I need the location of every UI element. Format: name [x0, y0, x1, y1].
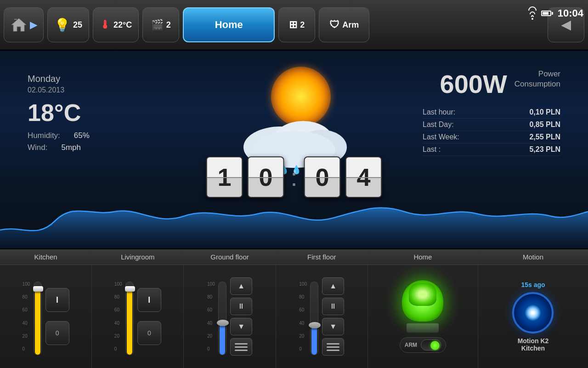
arm-toggle-label: ARM: [405, 342, 417, 348]
slider-scale-3: 100806040200: [207, 278, 215, 351]
weather-temp: 18°C: [28, 99, 90, 126]
motion-pupil: [525, 305, 541, 321]
first-down-btn[interactable]: ▼: [322, 318, 344, 335]
livingroom-toggles: I 0: [137, 288, 161, 345]
home-center-button[interactable]: Home: [183, 7, 275, 42]
power-table: Last hour: 0,10 PLN Last Day: 0,85 PLN L…: [423, 106, 560, 156]
power-row-3: Last : 5,23 PLN: [423, 144, 560, 156]
livingroom-slider-1[interactable]: [125, 282, 134, 355]
kitchen-toggle-1[interactable]: I: [45, 288, 69, 312]
battery-icon: [541, 11, 553, 16]
clock-digit-1: 1: [206, 156, 243, 198]
motion-zone-inner: 15s ago Motion K2Kitchen: [512, 281, 554, 352]
zone-motion-content: 15s ago Motion K2Kitchen: [478, 265, 588, 368]
home-label: Home: [215, 19, 243, 31]
weather-info-left: Monday 02.05.2013 18°C Humidity: 65% Win…: [28, 74, 90, 155]
power-label: Power Consumption: [514, 69, 560, 89]
zone-ground-floor: Ground floor 100806040200 ▲ ⏸ ▼: [184, 249, 276, 368]
flip-clock: 1 0 : 0 4: [206, 156, 382, 198]
motion-time: 15s ago: [521, 281, 545, 288]
arm-toggle[interactable]: ARM: [400, 337, 446, 353]
livingroom-toggle-1[interactable]: I: [137, 288, 161, 312]
weather-date: 02.05.2013: [28, 86, 90, 94]
green-light-icon: [402, 280, 443, 322]
kitchen-toggles: I 0: [45, 288, 69, 345]
scene-count: 2: [166, 20, 171, 30]
time-display: 10:04: [558, 7, 583, 19]
light-count: 25: [73, 20, 82, 30]
zone-first-floor: First floor 100806040200 ▲ ⏸ ▼: [276, 249, 368, 368]
first-slider-1[interactable]: [310, 282, 318, 355]
ground-slider-1[interactable]: [218, 282, 226, 355]
window-count: 2: [300, 20, 305, 30]
kitchen-slider-1[interactable]: [34, 282, 42, 355]
power-value: 600W: [440, 69, 507, 99]
weather-panel: Monday 02.05.2013 18°C Humidity: 65% Win…: [0, 51, 588, 248]
zone-first-floor-content: 100806040200 ▲ ⏸ ▼: [276, 265, 368, 368]
livingroom-toggle-0[interactable]: 0: [137, 321, 161, 345]
arm-icon: 🛡: [329, 19, 339, 31]
scene-icon: 🎬: [151, 19, 164, 31]
zone-livingroom-header: Livingroom: [92, 249, 183, 265]
wifi-icon: [528, 6, 537, 20]
zone-home-content: ARM: [368, 265, 478, 368]
first-pause-btn[interactable]: ⏸: [322, 298, 344, 315]
zone-kitchen: Kitchen 100806040200 I 0: [0, 249, 92, 368]
svg-point-2: [271, 67, 331, 126]
light-button[interactable]: 💡 25: [47, 7, 89, 42]
svg-marker-0: [11, 18, 26, 31]
power-info: 600W Power Consumption Last hour: 0,10 P…: [423, 69, 560, 156]
ground-pause-btn[interactable]: ⏸: [230, 298, 252, 315]
zone-home: Home ARM: [368, 249, 478, 368]
temp-value: 22°C: [113, 20, 132, 30]
zone-kitchen-content: 100806040200 I 0: [0, 265, 91, 368]
clock-digit-4: 4: [345, 156, 382, 198]
thermo-icon: 🌡: [100, 18, 111, 31]
zone-kitchen-header: Kitchen: [0, 249, 91, 265]
window-icon: ⊞: [289, 19, 297, 31]
light-base: [407, 323, 439, 333]
status-area: 10:04: [528, 6, 583, 20]
zone-home-header: Home: [368, 249, 478, 265]
humidity-val: 65%: [74, 131, 90, 140]
first-menu-btn[interactable]: [322, 338, 344, 356]
zone-motion-header: Motion: [478, 249, 588, 265]
home-zone-inner: ARM: [400, 269, 446, 364]
motion-eye-icon: [512, 292, 554, 334]
slider-scale-2: 100806040200: [114, 278, 122, 351]
window-button[interactable]: ⊞ 2: [278, 7, 315, 42]
wind-label: Wind:: [28, 143, 47, 152]
scene-button[interactable]: 🎬 2: [142, 7, 179, 42]
back-icon: ◀: [561, 18, 571, 32]
ground-down-btn[interactable]: ▼: [230, 318, 252, 335]
kitchen-toggle-0[interactable]: 0: [45, 321, 69, 345]
clock-digit-3: 0: [304, 156, 341, 198]
first-floor-media-controls: ▲ ⏸ ▼: [322, 277, 344, 356]
power-row-2: Last Week: 2,55 PLN: [423, 131, 560, 144]
ground-media-controls: ▲ ⏸ ▼: [230, 277, 252, 356]
top-bar: ▶ 💡 25 🌡 22°C 🎬 2 Home ⊞ 2 🛡 Arm: [0, 0, 588, 51]
zone-first-floor-header: First floor: [276, 249, 368, 265]
weather-day: Monday: [28, 74, 90, 84]
slider-scale: 100806040200: [23, 278, 30, 351]
slider-scale-4: 100806040200: [299, 278, 307, 351]
zone-motion: Motion 15s ago Motion K2Kitchen: [478, 249, 588, 368]
zone-ground-floor-content: 100806040200 ▲ ⏸ ▼: [184, 265, 275, 368]
arm-button[interactable]: 🛡 Arm: [319, 7, 369, 42]
bulb-icon: 💡: [54, 17, 70, 33]
svg-rect-1: [14, 19, 17, 20]
ground-menu-btn[interactable]: [230, 338, 252, 356]
siren-light: [402, 280, 443, 333]
house-icon: [11, 17, 27, 33]
controls-panel: Kitchen 100806040200 I 0 Livingroom: [0, 248, 588, 368]
arm-switch[interactable]: [421, 339, 441, 351]
arm-knob: [430, 341, 440, 350]
temp-button[interactable]: 🌡 22°C: [93, 7, 139, 42]
house-button[interactable]: ▶: [4, 7, 44, 42]
humidity-row: Humidity: 65%: [28, 131, 90, 140]
arm-label: Arm: [342, 20, 359, 30]
first-up-btn[interactable]: ▲: [322, 277, 344, 295]
ground-up-btn[interactable]: ▲: [230, 277, 252, 295]
humidity-label: Humidity:: [28, 131, 60, 140]
clock-digit-2: 0: [247, 156, 284, 198]
